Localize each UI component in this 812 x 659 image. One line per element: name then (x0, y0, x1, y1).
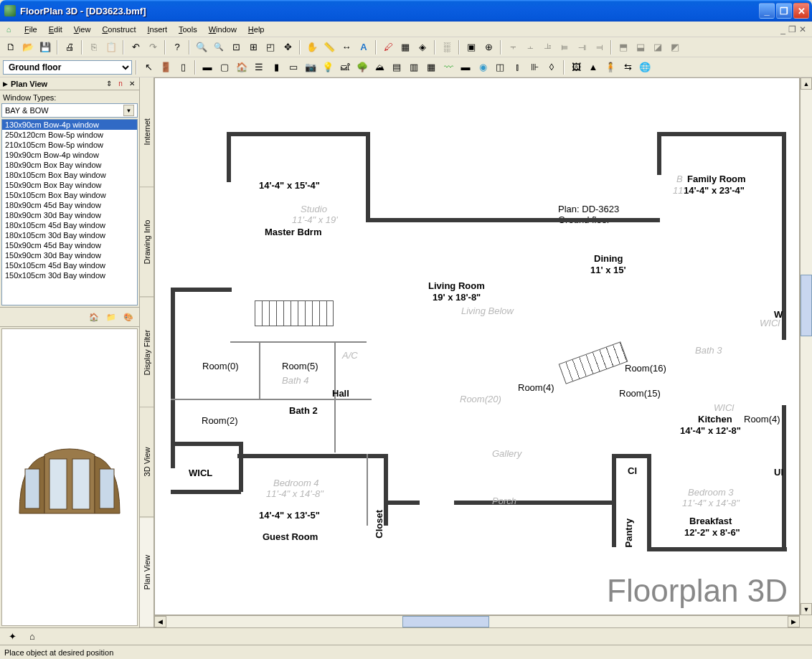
light-icon[interactable]: 💡 (320, 60, 336, 75)
list-item[interactable]: 150x105cm 30d Bay window (2, 270, 137, 280)
vtab-display-filter[interactable]: Display Filter (140, 298, 154, 407)
roof-icon[interactable]: 🏠 (234, 60, 250, 75)
home-icon[interactable]: ⌂ (3, 24, 14, 35)
align-right-icon[interactable]: ⫡ (539, 39, 555, 55)
door-icon[interactable]: 🚪 (158, 60, 174, 75)
maximize-button[interactable]: ❐ (776, 3, 792, 19)
plant-icon[interactable]: 🌳 (354, 60, 370, 75)
zoom-extents-icon[interactable]: ⊞ (245, 39, 261, 55)
opening-icon[interactable]: ◊ (544, 60, 560, 75)
terrain-icon[interactable]: ⛰ (372, 60, 387, 75)
window-types-list[interactable]: 130x90cm Bow-4p window250x120cm Bow-5p w… (1, 119, 138, 305)
marker-icon[interactable]: 🖊 (380, 39, 396, 55)
list-item[interactable]: 150x90cm 30d Bay window (2, 250, 137, 260)
list-item[interactable]: 180x90cm 30d Bay window (2, 210, 137, 220)
menu-tools[interactable]: Tools (173, 24, 203, 35)
vtab-3d-view[interactable]: 3D View (140, 407, 154, 517)
walkthrough-icon[interactable]: 🧍 (603, 60, 618, 75)
save-icon[interactable]: 💾 (37, 39, 53, 55)
hand-icon[interactable]: ✋ (304, 39, 320, 55)
list-item[interactable]: 150x105cm Box Bay window (2, 190, 137, 200)
floor-selector[interactable]: Ground floor (3, 60, 132, 75)
panel-close-icon[interactable]: ✕ (128, 80, 136, 87)
align-middle-icon[interactable]: ⫣ (574, 39, 590, 55)
close-button[interactable]: ✕ (793, 3, 809, 19)
zoom-window-icon[interactable]: ⊡ (228, 39, 244, 55)
globe-icon[interactable]: 🌐 (637, 60, 653, 75)
wall-icon[interactable]: ▬ (199, 60, 215, 75)
redo-icon[interactable]: ↷ (145, 39, 161, 55)
render-icon[interactable]: 🖼 (568, 60, 584, 75)
grid-icon[interactable]: ░ (439, 39, 455, 55)
menu-file[interactable]: File (19, 24, 43, 35)
chevron-down-icon[interactable]: ▼ (123, 105, 134, 116)
road-icon[interactable]: ▬ (458, 60, 473, 75)
menu-edit[interactable]: Edit (43, 24, 68, 35)
align-top-icon[interactable]: ⫢ (557, 39, 572, 55)
zoom-previous-icon[interactable]: ◰ (263, 39, 278, 55)
photo-icon[interactable]: ▲ (585, 60, 601, 75)
menu-construct[interactable]: Construct (96, 24, 141, 35)
undo-icon[interactable]: ↶ (128, 39, 143, 55)
drawing-canvas[interactable]: Plan: DD-3623 Ground floor (154, 77, 800, 615)
tool-icon-2[interactable]: ⌂ (24, 629, 40, 645)
navigate-icon[interactable]: ⇆ (620, 60, 636, 75)
dimension-icon[interactable]: ↔ (339, 39, 354, 55)
list-item[interactable]: 250x120cm Bow-5p window (2, 130, 137, 140)
stairs-icon[interactable]: ☰ (251, 60, 267, 75)
align-center-icon[interactable]: ⫠ (522, 39, 538, 55)
layers-icon[interactable]: ▦ (397, 39, 413, 55)
panel-marker-icon[interactable]: n (116, 80, 125, 87)
vtab-plan-view[interactable]: Plan View (140, 518, 154, 627)
menu-insert[interactable]: Insert (141, 24, 173, 35)
list-item[interactable]: 150x105cm 45d Bay window (2, 260, 137, 270)
horizontal-scrollbar[interactable]: ◀ ▶ (154, 615, 800, 627)
fence-icon[interactable]: ⫿ (509, 60, 525, 75)
measure-icon[interactable]: 📏 (321, 39, 337, 55)
copy-icon[interactable]: ⎘ (86, 39, 102, 55)
list-item[interactable]: 150x90cm 45d Bay window (2, 240, 137, 250)
zoom-in-icon[interactable]: 🔍 (194, 39, 209, 55)
ungroup-icon[interactable]: ⬓ (633, 39, 648, 55)
select-icon[interactable]: ↖ (141, 60, 156, 75)
new-file-icon[interactable]: 🗋 (3, 39, 19, 55)
list-item[interactable]: 180x90cm Box Bay window (2, 160, 137, 170)
vtab-internet[interactable]: Internet (140, 77, 154, 187)
menu-view[interactable]: View (68, 24, 97, 35)
scroll-right-icon[interactable]: ▶ (788, 616, 800, 627)
list-item[interactable]: 150x90cm Box Bay window (2, 180, 137, 190)
menu-window[interactable]: Window (203, 24, 242, 35)
pan-icon[interactable]: ✥ (280, 39, 296, 55)
text-icon[interactable]: A (356, 39, 372, 55)
list-item[interactable]: 130x90cm Bow-4p window (2, 120, 137, 130)
folder-icon[interactable]: 📁 (105, 310, 118, 323)
palette-icon[interactable]: 🎨 (122, 310, 135, 323)
list-item[interactable]: 180x105cm Box Bay window (2, 170, 137, 180)
list-item[interactable]: 180x90cm 45d Bay window (2, 200, 137, 210)
railing-icon[interactable]: ⊪ (527, 60, 542, 75)
help-icon[interactable]: ? (169, 39, 185, 55)
tool-icon-1[interactable]: ✦ (4, 629, 20, 645)
vertical-scrollbar[interactable]: ▲ ▼ (800, 77, 812, 615)
scroll-down-icon[interactable]: ▼ (801, 603, 812, 615)
beam-icon[interactable]: ▭ (285, 60, 301, 75)
window-types-combo[interactable]: BAY & BOW ▼ (1, 103, 138, 118)
bring-front-icon[interactable]: ◪ (650, 39, 666, 55)
zoom-out-icon[interactable]: 🔍 (211, 39, 227, 55)
list-item[interactable]: 190x90cm Bow-4p window (2, 150, 137, 160)
deck-icon[interactable]: ▤ (389, 60, 405, 75)
slab-icon[interactable]: ◫ (492, 60, 508, 75)
minimize-button[interactable]: _ (759, 3, 775, 19)
ortho-icon[interactable]: ⊕ (481, 39, 496, 55)
floor-icon[interactable]: ▦ (423, 60, 439, 75)
ceiling-icon[interactable]: ▥ (406, 60, 422, 75)
panel-pin-icon[interactable]: ⇕ (105, 80, 113, 87)
path-icon[interactable]: 〰 (440, 60, 456, 75)
paste-icon[interactable]: 📋 (103, 39, 119, 55)
list-item[interactable]: 180x105cm 30d Bay window (2, 230, 137, 240)
scroll-up-icon[interactable]: ▲ (801, 77, 812, 90)
group-icon[interactable]: ⬒ (615, 39, 631, 55)
align-left-icon[interactable]: ⫟ (505, 39, 521, 55)
vtab-drawing-info[interactable]: Drawing Info (140, 187, 154, 297)
column-icon[interactable]: ▮ (268, 60, 284, 75)
